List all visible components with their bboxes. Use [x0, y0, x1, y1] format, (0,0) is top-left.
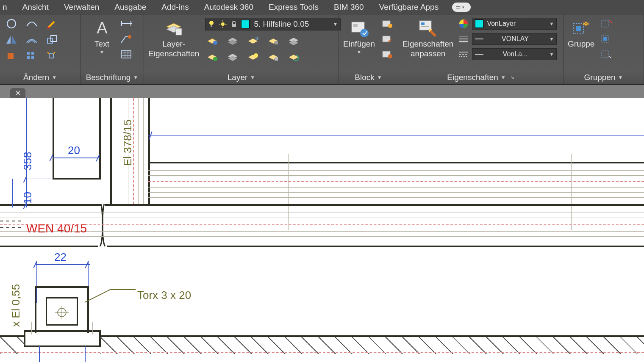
text-button[interactable]: A Text ▼ [91, 18, 113, 55]
beam-line [0, 213, 644, 213]
edit-color-icon[interactable] [45, 18, 59, 30]
bracket-line [46, 324, 78, 326]
layer-lock-icon[interactable] [266, 35, 280, 47]
table-icon[interactable] [119, 48, 133, 60]
bracket-line [46, 297, 47, 325]
layer-combo[interactable]: 5. Hilfsline 0.05 ▼ [205, 18, 341, 30]
scale-icon[interactable] [45, 34, 59, 46]
menu-item-autodesk360[interactable]: Autodesk 360 [197, 0, 261, 14]
svg-line-13 [53, 52, 55, 54]
layer-properties-button[interactable]: Layer- Eigenschaften [148, 18, 199, 58]
svg-rect-7 [27, 52, 30, 55]
panel-beschriftung-title[interactable]: Beschriftung▼ [80, 70, 144, 84]
explode-icon[interactable] [45, 50, 59, 62]
svg-point-29 [221, 22, 225, 26]
leader-icon[interactable] [119, 33, 133, 45]
offset-icon[interactable] [25, 34, 39, 46]
label-wen: WEN 40/15 [26, 222, 87, 235]
panel-eigenschaften-title[interactable]: Eigenschaften▼↘ [398, 70, 563, 84]
group-edit-icon[interactable] [600, 33, 614, 45]
match-properties-button[interactable]: Eigenschaften anpassen [402, 18, 453, 58]
layer-unisolate-icon[interactable] [225, 51, 240, 63]
svg-rect-4 [47, 38, 53, 43]
layer-unlock-icon[interactable] [266, 51, 280, 63]
svg-rect-1 [47, 27, 50, 28]
color-combo[interactable]: VonLayer▼ [472, 18, 557, 30]
layer-thaw-icon[interactable] [246, 51, 260, 63]
linetype-icon[interactable] [458, 50, 469, 58]
mirror-icon[interactable] [4, 34, 19, 46]
svg-point-50 [254, 53, 258, 58]
color-wheel-icon[interactable] [458, 19, 469, 29]
menu-item-addins[interactable]: Add-ins [154, 0, 196, 14]
svg-line-79 [609, 20, 612, 23]
lightbulb-icon [208, 20, 215, 28]
svg-rect-62 [419, 21, 431, 30]
panel-beschriftung: A Text ▼ Beschriftung▼ [80, 14, 144, 84]
document-tabstrip: ✕ [0, 85, 644, 98]
group-button[interactable]: Gruppe [568, 18, 594, 49]
svg-point-61 [388, 54, 392, 58]
detail-line [143, 98, 144, 204]
beam-edge [107, 246, 644, 247]
ext-line [25, 179, 54, 179]
svg-marker-44 [289, 40, 298, 45]
svg-rect-19 [122, 50, 131, 58]
layer-freeze-icon[interactable]: ❄ [246, 35, 260, 47]
svg-rect-34 [232, 24, 236, 27]
menu-item-expresstools[interactable]: Express Tools [261, 0, 326, 14]
stretch-icon[interactable] [4, 50, 19, 62]
create-block-icon[interactable] [380, 18, 394, 30]
ext-line [85, 346, 86, 362]
group-select-icon[interactable] [600, 48, 614, 60]
svg-line-12 [47, 52, 49, 54]
panel-aendern-title[interactable]: Ändern▼ [0, 70, 80, 84]
ungroup-icon[interactable] [600, 18, 614, 30]
search-toggle[interactable]: ▭ ▾ [452, 3, 471, 12]
layer-on-icon[interactable] [205, 51, 219, 63]
menu-item-apps[interactable]: Verfügbare Apps [372, 0, 447, 14]
panel-block-title[interactable]: Block▼ [339, 70, 398, 84]
layer-color-swatch [241, 20, 250, 28]
chevron-down-icon: ▼ [333, 21, 338, 27]
menu-item-verwalten[interactable]: Verwalten [56, 0, 107, 14]
array-icon[interactable] [25, 50, 39, 62]
dimension-icon[interactable] [119, 18, 133, 30]
menu-item-bim360[interactable]: BIM 360 [326, 0, 372, 14]
beam-line [0, 218, 644, 218]
panel-block: Einfügen ▼ Block▼ [339, 14, 398, 84]
arc-icon[interactable] [25, 18, 39, 30]
hatch-area [100, 337, 644, 354]
bracket-line [24, 345, 101, 347]
svg-line-88 [85, 290, 110, 302]
menu-item-ausgabe[interactable]: Ausgabe [107, 0, 154, 14]
lineweight-combo[interactable]: VONLAY▼ [472, 33, 557, 45]
layer-isolate-icon[interactable] [225, 35, 240, 47]
svg-point-58 [388, 24, 392, 28]
svg-text:❄: ❄ [255, 36, 258, 41]
insert-block-button[interactable]: Einfügen ▼ [343, 18, 375, 55]
beam-line [148, 187, 644, 188]
panel-gruppen-title[interactable]: Gruppen▼ [564, 70, 644, 84]
edit-block-icon[interactable] [380, 33, 394, 45]
circle-icon[interactable] [4, 18, 19, 30]
layer-match-icon[interactable] [286, 35, 301, 47]
menu-item-ansicht[interactable]: Ansicht [15, 0, 56, 14]
bracket-line [46, 297, 78, 298]
panel-layer-title[interactable]: Layer▼ [144, 70, 339, 84]
hatch-area [0, 337, 25, 354]
joint [97, 204, 108, 246]
label-torx: Torx 3 x 20 [137, 289, 191, 302]
sun-icon [219, 20, 227, 28]
edit-attribute-icon[interactable] [380, 48, 394, 60]
new-tab-button[interactable]: ✕ [10, 88, 25, 98]
beam-edge [148, 162, 644, 163]
drawing-canvas[interactable]: WEN 40/15 358 10 20 El 378/15 22 Torx 3 … [0, 98, 644, 362]
linetype-combo[interactable]: VonLa...▼ [472, 48, 557, 60]
layer-previous-icon[interactable] [286, 51, 301, 63]
menu-item-partial[interactable]: n [0, 0, 15, 14]
panel-eigenschaften: Eigenschaften anpassen VonLayer▼ VONLAY▼… [398, 14, 564, 84]
lineweight-icon[interactable] [458, 35, 469, 43]
label-el055: x El 0,55 [9, 284, 22, 327]
layer-off-icon[interactable] [205, 35, 219, 47]
